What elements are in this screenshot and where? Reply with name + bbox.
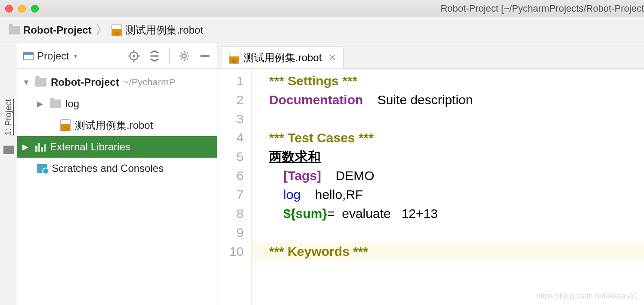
main-area: 1: Project Project ▼ ▼ Robot-Project ~/P… (0, 43, 644, 305)
code-token: *** Test Cases *** (269, 131, 374, 145)
breadcrumb: Robot-Project 〉 测试用例集.robot (0, 17, 644, 43)
robot-file-icon (111, 24, 122, 36)
divider (169, 49, 170, 63)
project-panel: Project ▼ ▼ Robot-Project ~/PycharmP ▶ l… (17, 43, 217, 305)
line-gutter: 1 2 3 4 5 6 7 8 9 10 (217, 69, 252, 305)
editor-tab[interactable]: 测试用例集.robot ✕ (222, 46, 344, 68)
editor-tab-bar: 测试用例集.robot ✕ (217, 43, 644, 69)
expand-arrow-icon[interactable]: ▶ (22, 142, 31, 152)
robot-file-icon (60, 119, 71, 131)
maximize-button[interactable] (31, 5, 39, 12)
folder-icon (35, 78, 46, 87)
locate-icon[interactable] (128, 50, 140, 62)
code-token: Suite description (363, 93, 473, 107)
line-number: 9 (217, 223, 244, 242)
tree-root-label: Robot-Project (51, 76, 119, 88)
svg-point-1 (133, 55, 135, 57)
close-button[interactable] (5, 5, 13, 12)
breadcrumb-root-label: Robot-Project (23, 24, 92, 36)
structure-tool-icon[interactable] (3, 146, 14, 154)
folder-icon (9, 26, 20, 34)
tree-folder-log[interactable]: ▶ log (17, 93, 217, 115)
robot-file-icon (229, 52, 239, 64)
breadcrumb-file-label: 测试用例集.robot (125, 23, 203, 37)
collapse-all-icon[interactable] (149, 50, 161, 62)
project-panel-header: Project ▼ (17, 43, 217, 69)
minimize-button[interactable] (18, 5, 26, 12)
code-editor[interactable]: 1 2 3 4 5 6 7 8 9 10 *** Settings *** Do… (217, 69, 644, 305)
code-token: *** Keywords *** (269, 244, 368, 258)
expand-arrow-icon[interactable]: ▶ (37, 99, 46, 109)
library-icon (35, 142, 46, 152)
line-number: 6 (217, 166, 244, 185)
watermark: https://blog.csdn.net/Asaasa1 (536, 292, 638, 301)
breadcrumb-root[interactable]: Robot-Project (9, 24, 92, 36)
line-number: 2 (217, 90, 244, 109)
line-number: 4 (217, 128, 244, 147)
project-panel-title-text: Project (37, 50, 69, 62)
code-token: log (269, 187, 300, 202)
project-view-icon (23, 52, 34, 60)
scratches-icon (37, 164, 47, 173)
editor-area: 测试用例集.robot ✕ 1 2 3 4 5 6 7 8 9 10 *** S… (217, 43, 644, 305)
traffic-lights (5, 5, 39, 12)
tree-item-label: 测试用例集.robot (75, 118, 153, 132)
code-token: 两数求和 (269, 149, 321, 164)
expand-arrow-icon[interactable]: ▼ (22, 78, 31, 87)
titlebar: Robot-Project [~/PycharmProjects/Robot-P… (0, 0, 644, 17)
code-token: ${sum} (269, 206, 327, 221)
close-tab-icon[interactable]: ✕ (328, 52, 336, 63)
line-number: 10 (217, 242, 244, 261)
code-token: Documentation (269, 93, 363, 107)
editor-tab-label: 测试用例集.robot (244, 51, 322, 65)
line-number: 3 (217, 109, 244, 128)
line-number: 1 (217, 72, 244, 90)
folder-icon (50, 100, 61, 108)
project-panel-title[interactable]: Project ▼ (23, 50, 79, 62)
project-tree[interactable]: ▼ Robot-Project ~/PycharmP ▶ log 测试用例集.r… (17, 69, 217, 182)
line-number: 8 (217, 204, 244, 223)
code-token: hello,RF (300, 187, 363, 202)
left-tool-strip: 1: Project (0, 43, 17, 305)
svg-point-6 (182, 54, 186, 58)
project-tool-button[interactable]: 1: Project (3, 99, 13, 135)
code-token: DEMO (321, 168, 374, 183)
breadcrumb-file[interactable]: 测试用例集.robot (111, 23, 203, 37)
breadcrumb-separator: 〉 (95, 21, 108, 39)
tree-file-robot[interactable]: 测试用例集.robot (17, 115, 217, 136)
line-number: 7 (217, 185, 244, 204)
tree-external-libraries[interactable]: ▶ External Libraries (17, 136, 217, 158)
hide-icon[interactable] (199, 50, 211, 62)
code-token: *** Settings *** (269, 74, 357, 88)
code-token: [Tags] (269, 168, 321, 183)
gear-icon[interactable] (178, 50, 190, 62)
tree-item-label: Scratches and Consoles (52, 162, 164, 174)
tree-root[interactable]: ▼ Robot-Project ~/PycharmP (17, 72, 217, 93)
window-title: Robot-Project [~/PycharmProjects/Robot-P… (343, 3, 644, 14)
tree-item-label: log (65, 98, 79, 110)
tree-scratches[interactable]: Scratches and Consoles (17, 158, 217, 179)
tree-item-label: External Libraries (50, 141, 130, 153)
line-number: 5 (217, 147, 244, 166)
code-content[interactable]: *** Settings *** Documentation Suite des… (252, 69, 644, 305)
dropdown-icon: ▼ (73, 53, 79, 59)
code-token: = evaluate 12+13 (327, 206, 438, 221)
tree-root-path: ~/PycharmP (124, 77, 175, 88)
